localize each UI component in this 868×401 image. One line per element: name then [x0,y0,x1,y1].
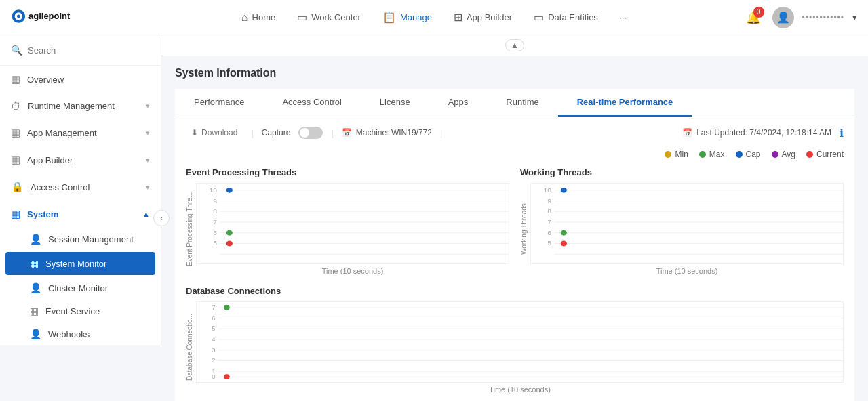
user-avatar[interactable]: 👤 [772,7,794,28]
appbuilder-chevron-icon: ▾ [146,156,150,165]
sidebar-sub-cluster-monitor[interactable]: 👤 Cluster Monitor [0,276,161,299]
svg-point-18 [226,230,233,236]
toolbar-divider: | [251,128,253,138]
capture-toggle[interactable] [298,127,323,139]
toolbar-divider2: | [331,128,333,138]
download-button[interactable]: ⬇ Download [186,125,243,140]
sidebar-overview-label: Overview [27,75,64,85]
nav-home-label: Home [252,12,276,22]
sidebar-item-overview[interactable]: ▦ Overview [0,66,161,93]
machine-info: 📅 Machine: WIN19/772 [342,128,432,138]
main-content: ▲ System Information Performance Access … [161,35,868,401]
nav-appbuilder[interactable]: ⊞ App Builder [444,7,521,28]
bell-badge: 0 [753,7,764,18]
system-icon: ▦ [11,208,20,220]
cluster-monitor-label: Cluster Monitor [48,283,108,293]
notification-bell[interactable]: 🔔 0 [743,7,764,28]
sidebar-appbuilder-icon: ▦ [11,154,20,166]
accesscontrol-icon: 🔒 [11,181,24,193]
nav-workcenter-label: Work Center [311,12,361,22]
session-mgmt-label: Session Management [48,234,134,245]
sidebar-runtime-label: Runtime Management [28,101,115,111]
chart-db-x-label: Time (10 seconds) [196,385,844,394]
nav-more[interactable]: ··· [610,8,637,26]
tab-access-control[interactable]: Access Control [263,89,360,117]
sidebar-item-runtime[interactable]: ⏱ Runtime Management ▾ [0,93,161,119]
legend-cap: Cap [736,150,761,159]
sidebar-appbuilder-label: App Builder [27,155,73,165]
sidebar-system-label: System [27,209,58,219]
sidebar-sub-webhooks[interactable]: 👤 Webhooks [0,322,161,345]
svg-point-34 [561,230,567,236]
svg-text:10: 10 [209,187,217,194]
legend-avg-label: Avg [782,150,795,159]
nav-dataentities-label: Data Entities [548,12,598,22]
legend-min: Min [665,150,688,159]
svg-text:5: 5 [547,240,551,247]
svg-text:3: 3 [212,347,215,354]
event-service-label: Event Service [45,306,100,316]
sidebar-appmgmt-label: App Management [27,128,97,138]
sidebar-item-appmgmt[interactable]: ▦ App Management ▾ [0,119,161,146]
svg-text:0: 0 [212,373,215,380]
nav-dataentities[interactable]: ▭ Data Entities [524,7,608,28]
chart-working-y-label: Working Threads [520,183,528,275]
svg-point-35 [561,241,567,247]
toolbar-divider3: | [440,128,442,138]
nav-manage[interactable]: 📋 Manage [373,7,441,28]
sidebar-item-appbuilder[interactable]: ▦ App Builder ▾ [0,146,161,173]
nav-links: ⌂ Home ▭ Work Center 📋 Manage ⊞ App Buil… [126,7,743,28]
sidebar-sub-event-service[interactable]: ▦ Event Service [0,299,161,322]
svg-text:6: 6 [547,229,551,236]
svg-text:agilepoint: agilepoint [28,11,71,21]
sidebar-item-accesscontrol[interactable]: 🔒 Access Control ▾ [0,173,161,200]
accesscontrol-chevron-icon: ▾ [146,183,150,192]
legend-min-dot [665,151,671,158]
tab-realtime-performance[interactable]: Real-time Performance [558,89,692,117]
nav-username: •••••••••••• [802,13,844,22]
download-label: Download [201,128,237,138]
tab-runtime[interactable]: Runtime [487,89,557,117]
svg-text:5: 5 [213,240,217,247]
workcenter-icon: ▭ [297,11,307,24]
download-icon: ⬇ [191,128,198,138]
charts-grid: Event Processing Threads Event Processin… [186,167,844,275]
tab-license[interactable]: License [361,89,429,117]
appbuilder-icon: ⊞ [454,11,462,24]
info-icon[interactable]: ℹ [840,127,844,140]
sidebar-collapse-button[interactable]: ‹ [153,210,170,226]
tab-apps[interactable]: Apps [429,89,488,117]
sidebar-sub-session-mgmt[interactable]: 👤 Session Management [0,228,161,251]
nav-chevron-icon[interactable]: ▾ [852,12,857,22]
svg-text:8: 8 [547,208,551,215]
svg-point-53 [224,374,229,379]
nav-workcenter[interactable]: ▭ Work Center [288,7,370,28]
search-icon: 🔍 [11,45,22,56]
svg-text:9: 9 [213,197,217,204]
search-input[interactable] [28,45,150,56]
sidebar-sub-system-monitor[interactable]: ▦ System Monitor [5,252,155,275]
runtime-icon: ⏱ [11,100,21,112]
chart-db-y-label: Database Connectio... [186,301,193,394]
collapse-toggle-bar[interactable]: ▲ [161,35,868,56]
legend-max-label: Max [709,150,725,159]
chart-working-svg-container: 10 9 8 7 6 5 [530,183,844,264]
legend-current: Current [806,150,844,159]
chart-db-svg-container: 7 6 5 4 3 2 1 0 [196,301,844,383]
sidebar-item-system[interactable]: ▦ System ▲ [0,200,161,228]
nav-manage-label: Manage [400,12,432,22]
runtime-chevron-icon: ▾ [146,102,150,110]
sidebar-search-container: 🔍 [0,35,161,66]
system-monitor-icon: ▦ [30,258,39,269]
main-layout: 🔍 ▦ Overview ⏱ Runtime Management ▾ [0,35,868,401]
calendar-icon: 📅 [682,128,692,138]
svg-text:7: 7 [213,219,217,226]
legend-max-dot [699,151,706,158]
system-chevron-icon: ▲ [142,210,150,218]
svg-point-19 [226,241,233,247]
tab-content-realtime: ⬇ Download | Capture | 📅 Machine: WIN19/… [175,117,854,401]
chart-working-threads: Working Threads Working Threads [520,167,844,275]
sidebar: 🔍 ▦ Overview ⏱ Runtime Management ▾ [0,35,161,345]
nav-home[interactable]: ⌂ Home [232,7,285,28]
tab-performance[interactable]: Performance [175,89,263,117]
